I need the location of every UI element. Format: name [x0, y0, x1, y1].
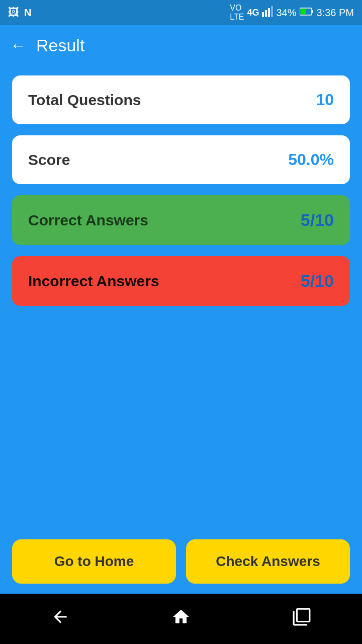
- svg-rect-1: [265, 10, 267, 17]
- total-questions-value: 10: [316, 91, 334, 109]
- page-title: Result: [36, 36, 84, 55]
- image-icon: 🖼: [8, 6, 19, 19]
- n-icon: N: [24, 7, 31, 19]
- svg-rect-0: [262, 12, 264, 17]
- check-answers-button[interactable]: Check Answers: [186, 539, 350, 584]
- main-content: Total Questions 10 Score 50.0% Correct A…: [0, 65, 362, 534]
- score-card: Score 50.0%: [12, 135, 350, 184]
- svg-rect-2: [268, 8, 270, 17]
- total-questions-label: Total Questions: [28, 92, 141, 109]
- time: 3:36 PM: [317, 7, 354, 19]
- svg-rect-6: [300, 9, 306, 14]
- battery-icon: [300, 7, 314, 19]
- app-bar: ← Result: [0, 25, 362, 65]
- incorrect-answers-label: Incorrect Answers: [28, 273, 159, 290]
- status-bar-left: 🖼 N: [8, 6, 31, 19]
- volte-indicator: VOLTE: [230, 4, 244, 22]
- status-bar-right: VOLTE 4G 34% 3:36 PM: [230, 4, 354, 22]
- score-label: Score: [28, 151, 70, 169]
- network-4g: 4G: [247, 8, 259, 18]
- nav-recents-button[interactable]: [282, 602, 322, 632]
- action-buttons: Go to Home Check Answers: [0, 534, 362, 594]
- score-value: 50.0%: [288, 150, 334, 169]
- correct-answers-card: Correct Answers 5/10: [12, 195, 350, 245]
- correct-answers-value: 5/10: [301, 210, 334, 230]
- go-to-home-button[interactable]: Go to Home: [12, 539, 176, 584]
- back-button[interactable]: ←: [10, 36, 26, 55]
- signal-bars: [262, 6, 273, 20]
- incorrect-answers-card: Incorrect Answers 5/10: [12, 256, 350, 306]
- status-bar: 🖼 N VOLTE 4G 34% 3:36 PM: [0, 0, 362, 25]
- battery-percent: 34%: [276, 7, 296, 19]
- svg-rect-5: [312, 10, 313, 13]
- incorrect-answers-value: 5/10: [301, 271, 334, 291]
- total-questions-card: Total Questions 10: [12, 75, 350, 124]
- nav-home-button[interactable]: [161, 602, 201, 632]
- correct-answers-label: Correct Answers: [28, 212, 148, 229]
- nav-bar: [0, 594, 362, 644]
- svg-rect-3: [271, 6, 273, 17]
- nav-back-button[interactable]: [40, 602, 80, 632]
